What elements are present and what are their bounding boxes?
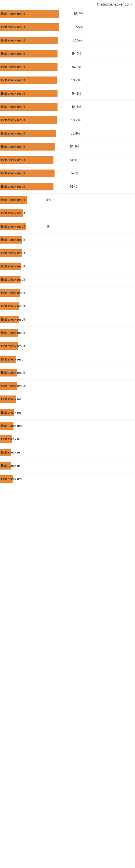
bar-value: 54.2% xyxy=(72,52,81,56)
bar-fill: Bottleneck result xyxy=(0,342,18,350)
bar-label: Bottleneck res xyxy=(1,411,21,414)
bar-row: Bottleneck result53.7% xyxy=(0,74,135,87)
bar-value: 4% xyxy=(45,225,49,228)
bar-row: Bottleneck result xyxy=(0,327,135,340)
bar-row: Bottleneck result55.3% xyxy=(0,8,135,21)
bar-label: Bottleneck re xyxy=(1,464,20,468)
bar-label: Bottleneck result xyxy=(1,371,25,375)
bar-label: Bottleneck result xyxy=(1,92,25,95)
bar-fill: Bottleneck result xyxy=(0,289,20,297)
bar-label: Bottleneck result xyxy=(1,384,25,388)
bar-row: Bottleneck result xyxy=(0,207,135,220)
bar-value: 51.% xyxy=(70,158,77,162)
bar-row: Bottleneck result xyxy=(0,260,135,273)
bar-row: Bottleneck result4% xyxy=(0,220,135,234)
bar-fill: Bottleneck result xyxy=(0,236,22,244)
bar-label: Bottleneck res xyxy=(1,477,21,481)
bar-label: Bottleneck result xyxy=(1,185,25,188)
bar-value: 54.3% xyxy=(72,65,81,69)
bar-fill: Bottleneck resu xyxy=(0,355,16,363)
bar-label: Bottleneck result xyxy=(1,278,25,282)
bar-row: Bottleneck result xyxy=(0,340,135,353)
bar-fill: Bottleneck result xyxy=(0,369,17,376)
bar-label: Bottleneck result xyxy=(1,238,25,242)
bar-fill: Bottleneck result xyxy=(0,169,54,177)
bar-label: Bottleneck result xyxy=(1,105,25,109)
bar-row: Bottleneck resu xyxy=(0,393,135,406)
bar-row: Bottleneck result xyxy=(0,234,135,247)
bar-fill: Bottleneck result xyxy=(0,76,57,84)
bar-fill: Bottleneck result xyxy=(0,37,58,44)
bar-fill: Bottleneck result xyxy=(0,249,21,257)
bar-fill: Bottleneck re xyxy=(0,435,12,443)
bar-row: Bottleneck result51.% xyxy=(0,180,135,194)
site-title: TheBottlenecker.com xyxy=(0,0,135,8)
bar-label: Bottleneck result xyxy=(1,12,25,16)
bar-row: Bottleneck res xyxy=(0,406,135,420)
bar-fill: Bottleneck result xyxy=(0,116,57,124)
bar-fill: Bottleneck resu xyxy=(0,396,16,403)
bar-label: Bottleneck result xyxy=(1,52,25,56)
bar-fill: Bottleneck result xyxy=(0,196,27,204)
bar-fill: Bottleneck result xyxy=(0,50,57,58)
bar-row: Bottleneck result54.1% xyxy=(0,101,135,114)
bar-label: Bottleneck result xyxy=(1,145,25,149)
bar-value: 52.% xyxy=(71,172,78,175)
bar-label: Bottleneck result xyxy=(1,158,25,162)
bar-label: Bottleneck res xyxy=(1,424,21,428)
bar-label: Bottleneck result xyxy=(1,65,25,69)
bar-row: Bottleneck result54.1% xyxy=(0,87,135,101)
bar-row: Bottleneck result53.4% xyxy=(0,127,135,141)
bar-label: Bottleneck re xyxy=(1,437,20,441)
bar-value: 55% xyxy=(76,25,83,29)
bar-row: Bottleneck result xyxy=(0,313,135,327)
bar-row: Bottleneck resu xyxy=(0,353,135,367)
bar-label: Bottleneck result xyxy=(1,291,25,295)
bar-label: Bottleneck re xyxy=(1,451,20,454)
bar-row: Bottleneck result xyxy=(0,287,135,300)
bar-row: Bottleneck result xyxy=(0,247,135,260)
bar-row: Bottleneck result4% xyxy=(0,194,135,207)
bar-label: Bottleneck result xyxy=(1,265,25,268)
bar-fill: Bottleneck re xyxy=(0,448,11,456)
bar-label: Bottleneck result xyxy=(1,25,25,29)
bar-fill: Bottleneck result xyxy=(0,103,57,111)
bar-fill: Bottleneck result xyxy=(0,130,56,137)
bar-value: 54.1% xyxy=(72,92,81,95)
bar-row: Bottleneck result55% xyxy=(0,21,135,34)
bar-label: Bottleneck result xyxy=(1,79,25,82)
bar-label: Bottleneck result xyxy=(1,118,25,122)
bar-row: Bottleneck result51.% xyxy=(0,154,135,167)
bar-row: Bottleneck result52.% xyxy=(0,167,135,180)
bar-fill: Bottleneck result xyxy=(0,209,23,217)
bar-row: Bottleneck result xyxy=(0,273,135,287)
bar-row: Bottleneck re xyxy=(0,433,135,446)
bar-row: Bottleneck result54.5% xyxy=(0,34,135,48)
bar-row: Bottleneck result xyxy=(0,380,135,393)
bar-row: Bottleneck result53.7% xyxy=(0,114,135,127)
bar-fill: Bottleneck result xyxy=(0,63,57,71)
bar-value: 4% xyxy=(46,198,51,202)
bar-value: 51.% xyxy=(70,185,77,188)
bar-label: Bottleneck result xyxy=(1,131,25,135)
bar-fill: Bottleneck result xyxy=(0,183,53,190)
bar-label: Bottleneck result xyxy=(1,211,25,215)
bar-fill: Bottleneck res xyxy=(0,422,13,430)
bar-row: Bottleneck result54.2% xyxy=(0,48,135,61)
bar-label: Bottleneck result xyxy=(1,225,25,228)
bar-value: 53.7% xyxy=(71,118,81,122)
bar-row: Bottleneck re xyxy=(0,460,135,473)
bar-label: Bottleneck resu xyxy=(1,358,24,361)
bar-row: Bottleneck res xyxy=(0,420,135,433)
bar-fill: Bottleneck result xyxy=(0,90,57,97)
bar-label: Bottleneck result xyxy=(1,172,25,175)
bars-container: Bottleneck result55.3%Bottleneck result5… xyxy=(0,8,135,486)
bar-fill: Bottleneck re xyxy=(0,462,11,469)
bar-row: Bottleneck result xyxy=(0,300,135,313)
bar-label: Bottleneck result xyxy=(1,38,25,42)
bar-value: 54.1% xyxy=(72,105,81,109)
bar-row: Bottleneck result52.8% xyxy=(0,141,135,154)
bar-value: 53.7% xyxy=(71,79,81,82)
bar-label: Bottleneck result xyxy=(1,304,25,308)
bar-value: 53.4% xyxy=(71,131,80,135)
